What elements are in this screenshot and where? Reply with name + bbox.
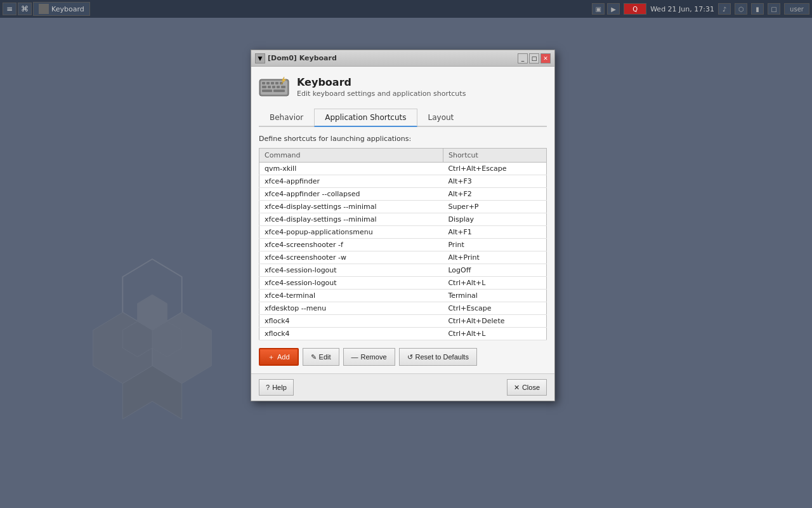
command-cell: xfce4-terminal — [259, 290, 443, 302]
add-button[interactable]: ＋ Add — [259, 348, 299, 366]
taskbar-apps-btn[interactable]: ⌘ — [18, 3, 32, 15]
command-cell: qvm-xkill — [259, 163, 443, 175]
shortcut-cell: Ctrl+Escape — [443, 302, 546, 315]
taskbar-left: ≡ ⌘ Keyboard — [3, 2, 90, 16]
edit-button[interactable]: ✎ Edit — [303, 348, 339, 366]
table-row[interactable]: xfce4-session-logoutLogOff — [259, 264, 547, 277]
action-buttons: ＋ Add ✎ Edit — Remove ↺ Reset to Default… — [259, 348, 547, 366]
command-cell: xfce4-session-logout — [259, 277, 443, 290]
table-row[interactable]: xfce4-appfinder --collapsedAlt+F2 — [259, 188, 547, 201]
reset-button[interactable]: ↺ Reset to Defaults — [399, 348, 477, 366]
window-titlebar: ▼ [Dom0] Keyboard _ □ ✕ — [251, 50, 554, 67]
svg-rect-15 — [268, 86, 271, 88]
shortcuts-table: Command Shortcut qvm-xkillCtrl+Alt+Escap… — [259, 148, 547, 340]
shortcut-cell: Display — [443, 213, 546, 226]
tabs: Behavior Application Shortcuts Layout — [259, 107, 547, 127]
window-title-left: ▼ [Dom0] Keyboard — [255, 53, 337, 64]
svg-rect-9 — [262, 82, 265, 84]
remove-label: Remove — [361, 353, 387, 361]
window-menu-button[interactable]: ▼ — [255, 53, 265, 64]
close-button[interactable]: ✕ Close — [507, 379, 547, 396]
datetime-label: Wed 21 Jun, 17:31 — [650, 5, 714, 13]
shortcut-cell: Ctrl+Alt+Escape — [443, 163, 546, 175]
command-cell: xfce4-appfinder — [259, 175, 443, 188]
shortcut-header: Shortcut — [443, 149, 546, 163]
close-icon: ✕ — [514, 384, 520, 392]
window-content: Keyboard Edit keyboard settings and appl… — [251, 67, 554, 373]
table-row[interactable]: xfce4-appfinderAlt+F3 — [259, 175, 547, 188]
table-row[interactable]: xfce4-popup-applicationsmenuAlt+F1 — [259, 226, 547, 239]
edit-label: Edit — [319, 353, 331, 361]
tab-application-shortcuts[interactable]: Application Shortcuts — [314, 109, 417, 127]
maximize-button[interactable]: □ — [529, 53, 539, 64]
command-cell: xfce4-session-logout — [259, 264, 443, 277]
svg-rect-10 — [266, 82, 270, 84]
table-row[interactable]: xfce4-display-settings --minimalSuper+P — [259, 201, 547, 213]
shortcut-cell: Alt+Print — [443, 251, 546, 264]
add-label: Add — [277, 353, 290, 361]
command-cell: xfce4-appfinder --collapsed — [259, 188, 443, 201]
shortcut-cell: LogOff — [443, 264, 546, 277]
table-row[interactable]: xfce4-terminalTerminal — [259, 290, 547, 302]
audio-icon[interactable]: ♪ — [718, 3, 731, 15]
svg-rect-12 — [275, 82, 278, 84]
app-title: Keyboard — [297, 76, 466, 88]
window-title: [Dom0] Keyboard — [268, 54, 337, 62]
minimize-button[interactable]: _ — [518, 53, 528, 64]
svg-rect-20 — [273, 90, 285, 92]
help-button[interactable]: ? Help — [259, 379, 294, 396]
shortcut-cell: Alt+F2 — [443, 188, 546, 201]
shortcut-cell: Ctrl+Alt+L — [443, 328, 546, 340]
keyboard-window: ▼ [Dom0] Keyboard _ □ ✕ — [251, 50, 555, 401]
table-row[interactable]: xfce4-display-settings --minimalDisplay — [259, 213, 547, 226]
help-label: Help — [272, 384, 287, 391]
reset-label: Reset to Defaults — [416, 353, 469, 361]
command-cell: xfdesktop --menu — [259, 302, 443, 315]
bottom-bar: ? Help ✕ Close — [251, 373, 554, 401]
display-icon: □ — [768, 3, 780, 15]
tab-behavior[interactable]: Behavior — [259, 109, 314, 127]
screen-icon: ▣ — [592, 3, 605, 15]
taskbar-app-label: Keyboard — [51, 5, 84, 13]
taskbar-keyboard-app[interactable]: Keyboard — [33, 2, 90, 16]
shortcut-cell: Alt+F3 — [443, 175, 546, 188]
qubes-logo — [63, 241, 241, 419]
keyboard-taskbar-icon — [39, 4, 49, 14]
app-header-text: Keyboard Edit keyboard settings and appl… — [297, 76, 466, 98]
table-row[interactable]: xfce4-screenshooter -wAlt+Print — [259, 251, 547, 264]
svg-rect-19 — [262, 90, 272, 92]
tab-layout[interactable]: Layout — [417, 109, 465, 127]
close-label: Close — [522, 384, 540, 391]
command-cell: xfce4-screenshooter -w — [259, 251, 443, 264]
app-subtitle: Edit keyboard settings and application s… — [297, 90, 466, 98]
user-icon: user — [784, 3, 809, 15]
svg-rect-16 — [272, 86, 275, 88]
shortcut-cell: Super+P — [443, 201, 546, 213]
help-icon: ? — [266, 384, 270, 391]
taskbar-right: ▣ ▶ Q Wed 21 Jun, 17:31 ♪ ⬡ ▮ □ user — [592, 3, 809, 15]
svg-rect-18 — [281, 86, 285, 88]
reset-icon: ↺ — [407, 353, 413, 361]
close-window-button[interactable]: ✕ — [540, 53, 551, 64]
table-row[interactable]: xflock4Ctrl+Alt+L — [259, 328, 547, 340]
remove-button[interactable]: — Remove — [343, 348, 395, 366]
qubes-vm-icon: Q — [624, 3, 646, 15]
svg-rect-17 — [277, 86, 280, 88]
command-cell: xfce4-display-settings --minimal — [259, 213, 443, 226]
taskbar-menu-btn[interactable]: ≡ — [3, 3, 16, 15]
shortcut-cell: Ctrl+Alt+Delete — [443, 315, 546, 328]
keyboard-app-icon — [259, 74, 289, 100]
table-row[interactable]: xfdesktop --menuCtrl+Escape — [259, 302, 547, 315]
network-icon: ⬡ — [735, 3, 747, 15]
table-row[interactable]: xfce4-session-logoutCtrl+Alt+L — [259, 277, 547, 290]
svg-rect-14 — [262, 86, 266, 88]
app-header: Keyboard Edit keyboard settings and appl… — [259, 74, 547, 100]
command-cell: xflock4 — [259, 315, 443, 328]
table-row[interactable]: qvm-xkillCtrl+Alt+Escape — [259, 163, 547, 175]
shortcut-cell: Print — [443, 239, 546, 251]
command-cell: xfce4-popup-applicationsmenu — [259, 226, 443, 239]
status-icons: ▣ ▶ — [592, 3, 620, 15]
table-row[interactable]: xfce4-screenshooter -fPrint — [259, 239, 547, 251]
battery-icon: ▮ — [751, 3, 764, 15]
table-row[interactable]: xflock4Ctrl+Alt+Delete — [259, 315, 547, 328]
